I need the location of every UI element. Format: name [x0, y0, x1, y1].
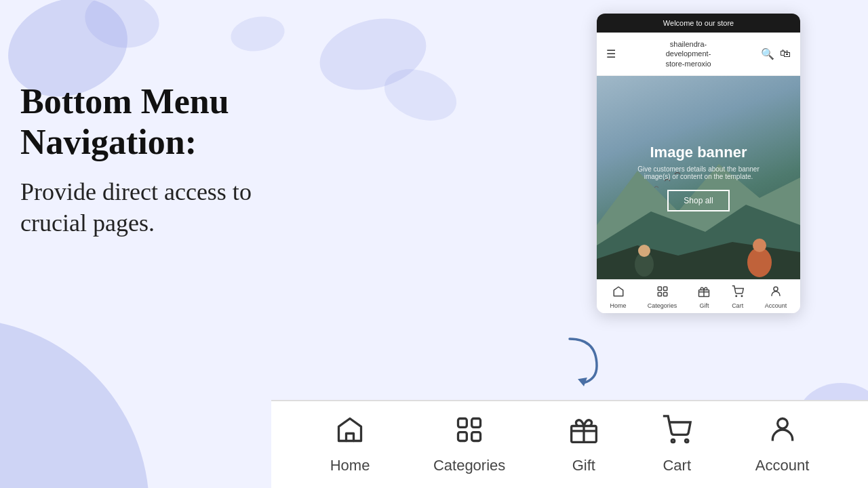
- svg-rect-23: [458, 419, 467, 428]
- main-body: Provide direct access to crucial pages.: [20, 176, 319, 240]
- menu-icon[interactable]: ☰: [606, 47, 616, 60]
- svg-point-13: [638, 245, 650, 257]
- svg-point-20: [741, 296, 743, 297]
- gift-icon: [698, 285, 710, 301]
- svg-rect-15: [663, 287, 667, 290]
- arrow-graphic: [556, 332, 610, 386]
- large-nav-label-gift: Gift: [572, 457, 595, 474]
- announcement-bar: Welcome to our store: [597, 14, 800, 33]
- phone-bottom-nav: Home Categories Gift: [597, 279, 800, 313]
- bottom-nav-large: Home Categories Gift: [271, 400, 868, 488]
- svg-rect-14: [658, 287, 661, 290]
- nav-item-account[interactable]: Account: [765, 285, 787, 309]
- svg-point-6: [0, 319, 149, 488]
- svg-point-21: [774, 287, 778, 291]
- svg-rect-17: [663, 292, 667, 296]
- nav-item-categories[interactable]: Categories: [648, 285, 677, 309]
- svg-rect-24: [472, 419, 481, 428]
- home-icon: [612, 285, 625, 301]
- nav-item-home[interactable]: Home: [610, 285, 627, 309]
- search-icon[interactable]: 🔍: [761, 47, 774, 60]
- large-nav-item-account[interactable]: Account: [755, 415, 810, 474]
- store-header: ☰ shailendra-development-store-meroxio 🔍…: [597, 33, 800, 76]
- shop-all-button[interactable]: Shop all: [667, 190, 729, 211]
- large-gift-icon: [569, 415, 599, 451]
- svg-point-19: [736, 296, 737, 297]
- svg-rect-26: [472, 432, 481, 441]
- nav-label-cart: Cart: [732, 302, 743, 309]
- banner-subtitle: Give customers details about the banner …: [631, 165, 766, 180]
- svg-point-4: [228, 12, 287, 55]
- nav-label-home: Home: [610, 302, 627, 309]
- svg-point-11: [753, 239, 766, 252]
- nav-label-categories: Categories: [648, 302, 677, 309]
- categories-icon: [656, 285, 669, 301]
- nav-item-gift[interactable]: Gift: [698, 285, 710, 309]
- account-icon: [770, 285, 782, 301]
- nav-label-gift: Gift: [699, 302, 709, 309]
- store-name: shailendra-development-store-meroxio: [665, 39, 711, 68]
- cart-icon[interactable]: 🛍: [780, 47, 791, 60]
- left-panel: Bottom Menu Navigation: Provide direct a…: [20, 81, 319, 239]
- main-heading: Bottom Menu Navigation:: [20, 81, 319, 163]
- nav-label-account: Account: [765, 302, 787, 309]
- large-home-icon: [335, 415, 365, 451]
- svg-point-1: [81, 0, 163, 54]
- large-nav-item-cart[interactable]: Cart: [662, 415, 692, 474]
- large-nav-item-categories[interactable]: Categories: [433, 415, 505, 474]
- nav-item-cart[interactable]: Cart: [732, 285, 744, 309]
- svg-point-30: [777, 419, 787, 429]
- header-icons: 🔍 🛍: [761, 47, 791, 60]
- large-nav-label-cart: Cart: [663, 457, 691, 474]
- large-account-icon: [768, 415, 797, 451]
- announcement-text: Welcome to our store: [663, 19, 734, 27]
- svg-point-28: [672, 439, 675, 442]
- large-nav-label-account: Account: [755, 457, 810, 474]
- large-categories-icon: [454, 415, 484, 451]
- cart-nav-icon: [732, 285, 744, 301]
- large-cart-icon: [662, 415, 692, 451]
- svg-point-3: [377, 60, 463, 129]
- svg-point-29: [686, 439, 688, 442]
- banner-title: Image banner: [650, 144, 747, 161]
- svg-rect-16: [658, 292, 661, 296]
- large-nav-item-gift[interactable]: Gift: [569, 415, 599, 474]
- image-banner: Image banner Give customers details abou…: [597, 76, 800, 279]
- large-nav-label-home: Home: [330, 457, 370, 474]
- large-nav-label-categories: Categories: [433, 457, 505, 474]
- large-nav-item-home[interactable]: Home: [330, 415, 370, 474]
- phone-mockup: Welcome to our store ☰ shailendra-develo…: [597, 14, 800, 313]
- svg-point-2: [312, 7, 434, 101]
- svg-rect-25: [458, 432, 467, 441]
